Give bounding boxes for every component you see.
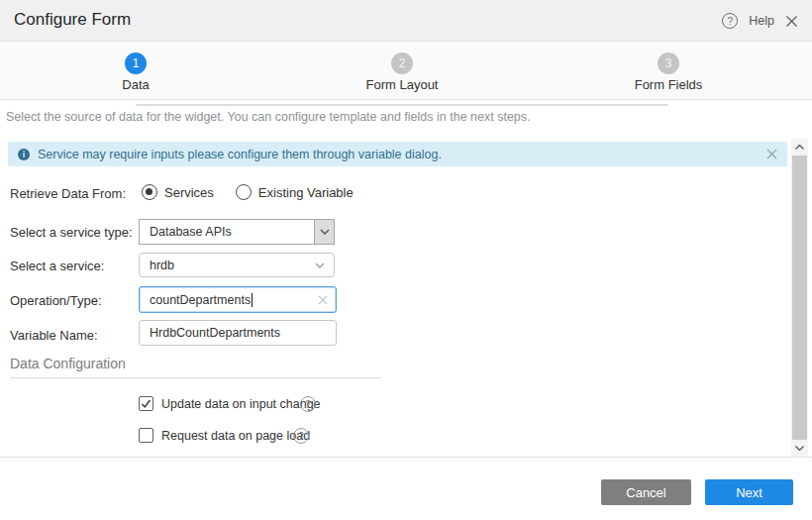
operation-type-label: Operation/Type: [10, 293, 102, 308]
update-data-checkbox-label[interactable]: Update data on input change [161, 397, 321, 411]
service-type-select[interactable]: Database APIs [139, 219, 335, 245]
radio-services-label[interactable]: Services [164, 185, 214, 200]
radio-existing-variable[interactable] [236, 184, 252, 200]
cancel-button[interactable]: Cancel [601, 479, 691, 505]
step-1-number: 1 [133, 56, 140, 70]
data-configuration-heading: Data Configuration [10, 356, 126, 371]
request-data-checkbox-label[interactable]: Request data on page load [161, 429, 310, 443]
service-type-value: Database APIs [140, 225, 314, 239]
request-data-row: Request data on page load [139, 428, 310, 443]
variable-name-label: Variable Name: [10, 328, 98, 343]
info-banner-message: Service may require inputs please config… [38, 148, 442, 161]
request-data-checkbox[interactable] [139, 428, 153, 443]
update-data-checkbox[interactable] [139, 396, 153, 411]
configure-form-dialog: Configure Form ? Help 1 2 3 Data Form La… [0, 0, 812, 520]
banner-dismiss-icon[interactable] [766, 149, 777, 159]
step-2-label: Form Layout [333, 77, 471, 92]
stepper-connector-line [136, 104, 668, 106]
service-type-label: Select a service type: [10, 225, 133, 240]
request-data-help-icon[interactable]: ? [293, 428, 309, 444]
dialog-footer: Cancel Next [0, 457, 812, 520]
step-description: Select the source of data for the widget… [6, 110, 531, 124]
text-cursor [252, 293, 253, 307]
page-title: Configure Form [14, 10, 131, 30]
next-button[interactable]: Next [705, 479, 793, 505]
radio-services[interactable] [142, 184, 157, 200]
operation-type-input[interactable]: countDepartments [139, 286, 337, 313]
step-3-label: Form Fields [599, 77, 738, 92]
scrollbar-up-arrow[interactable] [791, 139, 808, 156]
retrieve-data-from-label: Retrieve Data From: [10, 186, 126, 201]
help-link[interactable]: Help [749, 14, 774, 28]
help-icon[interactable]: ? [722, 13, 738, 29]
chevron-down-icon [315, 262, 325, 268]
service-label: Select a service: [10, 259, 104, 273]
service-select[interactable]: hrdb [139, 253, 335, 277]
header-actions: ? Help [722, 0, 798, 42]
service-value: hrdb [140, 259, 315, 272]
operation-type-value: countDepartments [140, 293, 251, 307]
info-icon: i [18, 149, 30, 160]
scrollbar-thumb[interactable] [792, 156, 807, 440]
step-2-circle[interactable]: 2 [391, 52, 413, 74]
step-1-label: Data [66, 77, 205, 92]
dialog-header: Configure Form ? Help [0, 0, 812, 42]
step-2-number: 2 [399, 56, 406, 70]
variable-name-input[interactable] [139, 320, 337, 346]
step-3-number: 3 [665, 56, 672, 70]
clear-input-icon[interactable] [318, 295, 328, 305]
update-data-row: Update data on input change [139, 396, 321, 411]
vertical-scrollbar[interactable] [791, 139, 808, 457]
update-data-help-icon[interactable]: ? [300, 396, 316, 412]
step-1-circle[interactable]: 1 [125, 52, 147, 74]
step-3-circle[interactable]: 3 [658, 52, 679, 74]
service-type-dropdown-button[interactable] [314, 220, 334, 244]
close-icon[interactable] [785, 15, 798, 28]
radio-existing-variable-label[interactable]: Existing Variable [258, 185, 354, 200]
checkmark-icon [141, 398, 152, 409]
retrieve-data-radio-group: Services Existing Variable [142, 184, 354, 200]
info-banner: i Service may require inputs please conf… [8, 142, 787, 166]
section-divider [10, 377, 381, 378]
chevron-down-icon [320, 229, 330, 235]
scrollbar-down-arrow[interactable] [791, 440, 808, 457]
